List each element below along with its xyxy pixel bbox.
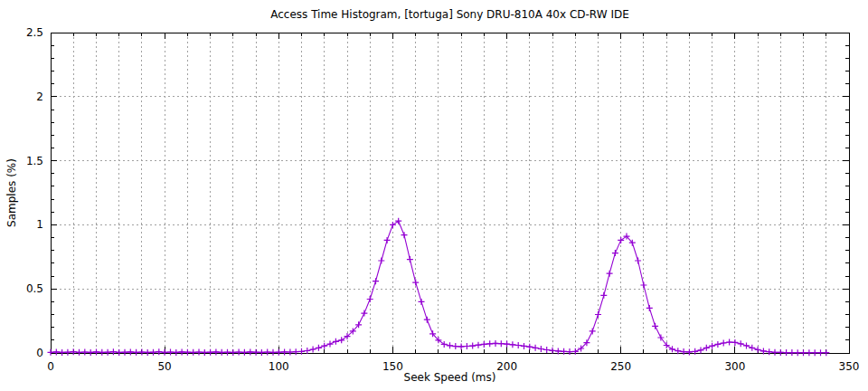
y-tick-label: 2 (36, 91, 43, 103)
y-tick-label: 0.5 (26, 282, 43, 295)
x-tick-label: 150 (382, 360, 403, 373)
x-tick-label: 200 (496, 360, 517, 373)
plot-border (51, 33, 849, 353)
plot-canvas: 05010015020025030035000.511.522.5 (0, 0, 868, 391)
x-tick-label: 300 (724, 360, 745, 373)
x-tick-label: 350 (839, 360, 860, 373)
y-tick-label: 1 (36, 218, 43, 231)
x-tick-label: 250 (610, 360, 631, 373)
x-tick-label: 50 (157, 360, 171, 373)
y-tick-label: 0 (36, 347, 43, 359)
y-tick-label: 2.5 (26, 26, 43, 39)
x-tick-label: 0 (47, 360, 54, 373)
x-tick-label: 100 (269, 360, 289, 373)
y-tick-label: 1.5 (26, 155, 43, 167)
access-time-histogram-chart: Access Time Histogram, [tortuga] Sony DR… (0, 0, 868, 391)
